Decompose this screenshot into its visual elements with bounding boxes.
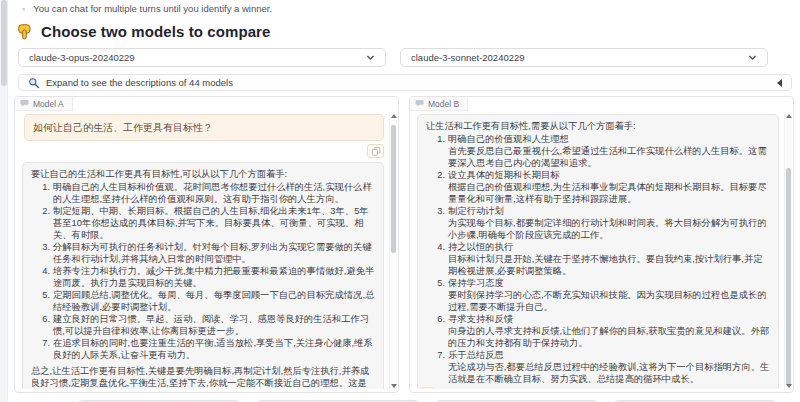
list-item: 3. 分解目标为可执行的任务和计划。针对每个目标,罗列出为实现它需要做的关键任务… bbox=[38, 241, 375, 265]
model-b-dropdown[interactable]: claude-3-sonnet-20240229 bbox=[400, 48, 768, 67]
response-outro: 总之,让生活工作更有目标性,关键是要先明确目标,再制定计划,然后专注执行,并养成… bbox=[31, 365, 375, 389]
model-a-panel: Model A 如何让自己的生活、工作更具有目标性？ 要让自己的生活和工作更具有… bbox=[14, 96, 399, 393]
page-title: Choose two models to compare bbox=[41, 23, 271, 40]
list-bullet: ◦ bbox=[22, 3, 25, 15]
list-item: 6. 建立良好的日常习惯。早起、运动、阅读、学习、感恩等良好的生活和工作习惯,可… bbox=[38, 313, 375, 337]
user-message-bubble: 如何让自己的生活、工作更具有目标性？ bbox=[24, 114, 384, 141]
cropped-element bbox=[419, 387, 435, 389]
model-a-scrollbar[interactable] bbox=[389, 112, 397, 390]
accordion-arrow-icon bbox=[777, 79, 782, 87]
copy-row bbox=[20, 144, 384, 158]
search-icon bbox=[28, 77, 40, 89]
copy-button[interactable] bbox=[367, 144, 384, 158]
model-a-tab-label: Model A bbox=[33, 99, 64, 109]
scroll-up-icon[interactable] bbox=[391, 114, 397, 118]
chat-bubble-icon bbox=[20, 99, 29, 108]
main-content: ◦ You can chat for multiple turns until … bbox=[10, 0, 798, 402]
list-item: 3. 制定行动计划为实现每个目标,都要制定详细的行动计划和时间表。将大目标分解为… bbox=[433, 205, 770, 241]
model-b-panel: Model B 让生活和工作更有目标性,需要从以下几个方面着手: 1. 明确自己… bbox=[409, 96, 794, 393]
page-scrollbar[interactable] bbox=[0, 0, 8, 402]
point-down-icon bbox=[16, 23, 33, 40]
list-item: 6. 寻求支持和反馈向身边的人寻求支持和反馈,让他们了解你的目标,获取宝贵的意见… bbox=[433, 313, 770, 349]
page-scrollbar-thumb[interactable] bbox=[1, 0, 7, 86]
list-item: 2. 设立具体的短期和长期目标根据自己的价值观和理想,为生活和事业制定具体的短期… bbox=[433, 169, 770, 205]
model-b-tab-label: Model B bbox=[428, 99, 459, 109]
scroll-up-icon[interactable] bbox=[786, 114, 792, 118]
model-b-chat-area[interactable]: 让生活和工作更有目标性,需要从以下几个方面着手: 1. 明确自己的价值观和人生理… bbox=[415, 112, 781, 389]
list-item: 2. 制定短期、中期、长期目标。根据自己的人生目标,细化出未来1年、3年、5年甚… bbox=[38, 205, 375, 241]
model-b-scrollbar[interactable] bbox=[784, 112, 792, 390]
model-a-chat-area[interactable]: 如何让自己的生活、工作更具有目标性？ 要让自己的生活和工作更具有目标性,可以从以… bbox=[20, 112, 386, 389]
response-intro: 要让自己的生活和工作更具有目标性,可以从以下几个方面着手: bbox=[31, 168, 375, 180]
model-b-scrollbar-thumb[interactable] bbox=[786, 168, 791, 386]
response-list: 1. 明确自己的人生目标和价值观。花时间思考你想要过什么样的生活,实现什么样的人… bbox=[31, 181, 375, 361]
list-item: 4. 持之以恒的执行目标和计划只是开始,关键在于坚持不懈地执行。要自我约束,按计… bbox=[433, 241, 770, 277]
scroll-down-icon[interactable] bbox=[786, 384, 792, 388]
model-a-dropdown[interactable]: claude-3-opus-20240229 bbox=[18, 48, 386, 67]
list-item: 7. 乐于总结反思无论成功与否,都要总结反思过程中的经验教训,这将为下一个目标指… bbox=[433, 349, 770, 385]
list-item: 1. 明确自己的价值观和人生理想首先要反思自己最重视什么,希望通过生活和工作实现… bbox=[433, 133, 770, 169]
chat-panels-row: Model A 如何让自己的生活、工作更具有目标性？ 要让自己的生活和工作更具有… bbox=[14, 96, 794, 393]
chevron-down-icon bbox=[366, 54, 375, 61]
list-item: 5. 定期回顾总结,调整优化。每周、每月、每季度回顾一下自己的目标完成情况,总结… bbox=[38, 289, 375, 313]
model-a-response-bubble: 要让自己的生活和工作更具有目标性,可以从以下几个方面着手: 1. 明确自己的人生… bbox=[22, 162, 384, 389]
list-item: 5. 保持学习态度要时刻保持学习的心态,不断充实知识和技能。因为实现目标的过程也… bbox=[433, 277, 770, 313]
list-item: 7. 在追求目标的同时,也要注重生活的平衡,适当放松,享受当下,关注身心健康,维… bbox=[38, 337, 375, 361]
response-intro: 让生活和工作更有目标性,需要从以下几个方面着手: bbox=[426, 120, 770, 132]
chevron-down-icon bbox=[748, 54, 757, 61]
model-b-value: claude-3-sonnet-20240229 bbox=[411, 52, 748, 63]
model-b-tab: Model B bbox=[410, 97, 468, 111]
response-list: 1. 明确自己的价值观和人生理想首先要反思自己最重视什么,希望通过生活和工作实现… bbox=[426, 133, 770, 385]
model-a-value: claude-3-opus-20240229 bbox=[29, 52, 366, 63]
scroll-down-icon[interactable] bbox=[391, 384, 397, 388]
model-b-response-bubble: 让生活和工作更有目标性,需要从以下几个方面着手: 1. 明确自己的价值观和人生理… bbox=[417, 114, 779, 389]
accordion-label: Expand to see the descriptions of 44 mod… bbox=[46, 77, 233, 88]
notice-text: You can chat for multiple turns until yo… bbox=[33, 3, 272, 15]
model-a-tab: Model A bbox=[15, 97, 73, 111]
page-heading-row: Choose two models to compare bbox=[16, 20, 794, 42]
model-descriptions-accordion[interactable]: Expand to see the descriptions of 44 mod… bbox=[18, 74, 792, 91]
notice-row: ◦ You can chat for multiple turns until … bbox=[22, 3, 794, 15]
model-a-scrollbar-thumb[interactable] bbox=[391, 125, 396, 253]
list-item: 1. 明确自己的人生目标和价值观。花时间思考你想要过什么样的生活,实现什么样的人… bbox=[38, 181, 375, 205]
list-item: 4. 培养专注力和执行力。减少干扰,集中精力把最重要和最紧迫的事情做好,避免半途… bbox=[38, 265, 375, 289]
chat-bubble-icon bbox=[415, 99, 424, 108]
model-select-row: claude-3-opus-20240229 claude-3-sonnet-2… bbox=[18, 48, 792, 67]
